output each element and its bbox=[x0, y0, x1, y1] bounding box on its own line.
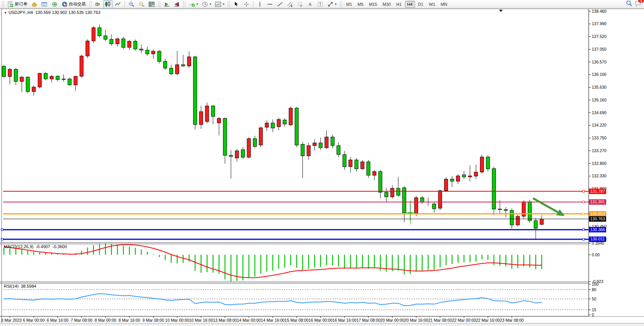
time-tick-label[interactable]: 10 Mar 16:00 bbox=[189, 318, 213, 323]
chevron-down-icon[interactable]: ▾ bbox=[223, 2, 224, 6]
candle-up bbox=[32, 87, 36, 92]
zoom-out-button[interactable] bbox=[137, 0, 146, 9]
time-tick-label[interactable]: 20 Mar 00:00 bbox=[380, 318, 404, 323]
time-tick-label[interactable]: 16 Mar 16:00 bbox=[333, 318, 357, 323]
rsi-indicator-label: RSI(14)38.5984 bbox=[4, 284, 36, 288]
tile-windows-button[interactable] bbox=[147, 0, 156, 9]
time-tick-label[interactable]: 14 Mar 00:00 bbox=[237, 318, 261, 323]
new-order-button[interactable]: 新订单 bbox=[6, 0, 29, 9]
text-tool-button[interactable]: A bbox=[306, 0, 315, 9]
time-tick-label[interactable]: 6 Mar 00:00 bbox=[23, 318, 44, 323]
arrows-tool-button[interactable]: ▾ bbox=[326, 0, 338, 9]
timeframe-h4-button[interactable]: H4 bbox=[405, 1, 415, 8]
line-chart-button[interactable] bbox=[113, 0, 123, 9]
bar-chart-button[interactable] bbox=[93, 0, 102, 9]
time-tick-label[interactable]: 21 Mar 08:00 bbox=[428, 318, 452, 323]
periods-button[interactable]: ▾ bbox=[200, 0, 213, 9]
fibonacci-tool-button[interactable]: F bbox=[296, 0, 305, 9]
toolbar-grip[interactable] bbox=[2, 1, 4, 7]
timeframe-w1-button[interactable]: W1 bbox=[427, 1, 438, 8]
auto-scroll-button[interactable] bbox=[162, 0, 171, 9]
time-tick-label[interactable]: 8 Mar 16:00 bbox=[118, 318, 140, 323]
candle-down bbox=[56, 76, 60, 79]
market-watch-button[interactable] bbox=[30, 0, 39, 9]
crosshair-tool-button[interactable] bbox=[242, 0, 251, 9]
time-tick-label[interactable]: 9 Mar 08:00 bbox=[142, 318, 164, 323]
chevron-down-icon[interactable]: ▾ bbox=[210, 2, 211, 6]
macd-name: MACD(12,26,9) bbox=[4, 244, 33, 249]
candle-down bbox=[283, 120, 287, 124]
text-label-tool-button[interactable]: T bbox=[316, 0, 325, 9]
chart-shift-button[interactable] bbox=[172, 0, 181, 9]
time-tick-label[interactable]: 10 Mar 00:00 bbox=[165, 318, 189, 323]
chart-background[interactable] bbox=[0, 9, 644, 326]
candle-up bbox=[516, 216, 519, 225]
time-tick-label[interactable]: 20 Mar 16:00 bbox=[404, 318, 428, 323]
zoom-in-button[interactable] bbox=[127, 0, 136, 9]
toolbar-grip[interactable] bbox=[89, 1, 91, 7]
rsi-scale-label: 0 bbox=[592, 312, 594, 317]
timeframe-h1-button[interactable]: H1 bbox=[394, 1, 404, 8]
indicators-button[interactable]: ▾ bbox=[187, 0, 200, 9]
time-tick-label[interactable]: 14 Mar 16:00 bbox=[261, 318, 285, 323]
cursor-tool-button[interactable] bbox=[232, 0, 241, 9]
time-tick-label[interactable]: 3 Mar 2023 bbox=[1, 318, 22, 323]
signal-icon bbox=[51, 1, 58, 7]
timeframe-m5-button[interactable]: M5 bbox=[355, 1, 366, 8]
time-tick-label[interactable]: 6 Mar 16:00 bbox=[47, 318, 68, 323]
search-icon[interactable] bbox=[626, 0, 632, 8]
candle-up bbox=[265, 123, 268, 127]
time-tick-label[interactable]: 22 Mar 16:00 bbox=[476, 318, 500, 323]
price-tick-label: 134.220 bbox=[592, 123, 606, 127]
toolbar-grip[interactable] bbox=[340, 1, 342, 7]
candle-down bbox=[68, 79, 71, 85]
time-tick-label[interactable]: 8 Mar 00:00 bbox=[95, 318, 116, 323]
timeframe-m15-button[interactable]: M15 bbox=[367, 1, 379, 8]
signals-button[interactable] bbox=[50, 0, 59, 9]
chevron-down-icon[interactable]: ▾ bbox=[196, 2, 198, 6]
terminal-button[interactable] bbox=[40, 0, 49, 9]
hline-icon bbox=[267, 1, 273, 7]
horizontal-line-tool-button[interactable] bbox=[265, 0, 275, 9]
toolbar-grip[interactable] bbox=[158, 1, 160, 7]
time-tick-label[interactable]: 22 Mar 00:00 bbox=[452, 318, 476, 323]
chart-canvas[interactable]: 138.460137.990137.520137.050136.570136.1… bbox=[0, 0, 644, 326]
hline-handle[interactable] bbox=[583, 238, 584, 240]
candle-down bbox=[301, 144, 304, 156]
candle-down bbox=[169, 68, 173, 74]
chat-button[interactable]: 1 bbox=[635, 0, 642, 8]
channel-tool-button[interactable]: E bbox=[285, 0, 295, 9]
hline-handle[interactable] bbox=[583, 190, 584, 192]
templates-icon bbox=[215, 1, 221, 7]
timeframe-m1-button[interactable]: M1 bbox=[344, 1, 354, 8]
chevron-down-icon[interactable]: ▾ bbox=[335, 2, 337, 6]
macd-scale-label: 0.00 bbox=[592, 252, 600, 257]
candle-up bbox=[415, 198, 418, 214]
time-tick-label[interactable]: 16 Mar 00:00 bbox=[309, 318, 333, 323]
time-tick-label[interactable]: 7 Mar 08:00 bbox=[71, 318, 92, 323]
candle-chart-button[interactable] bbox=[103, 0, 113, 9]
toolbar-grip[interactable] bbox=[183, 1, 185, 7]
candle-up bbox=[86, 41, 89, 56]
hline-handle[interactable] bbox=[583, 201, 584, 203]
candle-down bbox=[528, 202, 531, 221]
templates-button[interactable]: ▾ bbox=[214, 0, 226, 9]
vertical-line-tool-button[interactable] bbox=[255, 0, 265, 9]
toolbar-grip[interactable] bbox=[228, 1, 230, 7]
autotrade-button[interactable]: 自动交易 bbox=[60, 0, 87, 9]
hline-handle[interactable] bbox=[583, 229, 584, 231]
trendline-tool-button[interactable] bbox=[275, 0, 285, 9]
auto-scroll-icon bbox=[164, 1, 170, 7]
timeframe-m30-button[interactable]: M30 bbox=[380, 1, 393, 8]
timeframe-d1-button[interactable]: D1 bbox=[416, 1, 426, 8]
time-tick-label[interactable]: 23 Mar 08:00 bbox=[500, 318, 524, 323]
candle-down bbox=[157, 51, 161, 62]
hline-handle[interactable] bbox=[583, 213, 584, 215]
hline-price-label-text: 130.953 bbox=[590, 211, 605, 216]
zoom-in-icon bbox=[128, 1, 135, 7]
time-tick-label[interactable]: 13 Mar 08:00 bbox=[213, 318, 237, 323]
chart-collapse-icon[interactable]: ▼ bbox=[4, 11, 7, 15]
time-tick-label[interactable]: 15 Mar 08:00 bbox=[285, 318, 309, 323]
timeframe-mn-button[interactable]: MN bbox=[438, 1, 449, 8]
time-tick-label[interactable]: 17 Mar 08:00 bbox=[357, 318, 381, 323]
